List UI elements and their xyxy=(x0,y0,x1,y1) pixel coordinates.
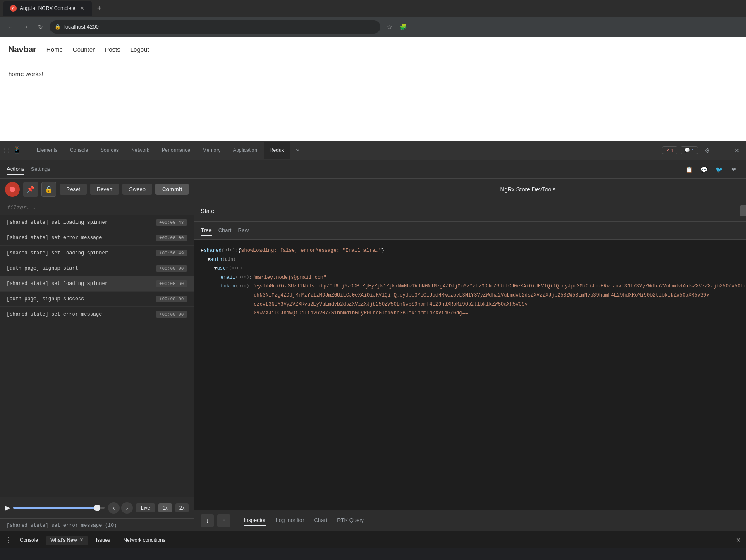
redux-tab-settings[interactable]: Settings xyxy=(31,164,50,175)
revert-button[interactable]: Revert xyxy=(90,184,119,195)
bottom-tab-inspector[interactable]: Inspector xyxy=(244,515,265,526)
action-time-3: +00:00.00 xyxy=(156,265,187,272)
action-item-2[interactable]: [shared state] set loading spinner +00:5… xyxy=(0,246,194,261)
tab-application[interactable]: Application xyxy=(227,142,263,159)
view-tab-tree[interactable]: Tree xyxy=(201,225,211,236)
warn-badge[interactable]: 💬 1 xyxy=(681,146,698,154)
pin-button[interactable]: 📌 xyxy=(23,182,38,197)
back-button[interactable]: ← xyxy=(5,21,17,33)
user-expand-arrow[interactable]: ▼ xyxy=(214,264,217,273)
redux-icon-twitter[interactable]: 🐦 xyxy=(713,164,724,175)
navbar-link-posts[interactable]: Posts xyxy=(105,46,120,53)
action-time-0: +00:00.48 xyxy=(156,219,187,226)
bottom-tab-chart[interactable]: Chart xyxy=(314,515,328,526)
bottom-bar-dots[interactable]: ⋮ xyxy=(5,536,12,544)
extensions-icon[interactable]: 🧩 xyxy=(397,21,409,33)
export-button[interactable]: ↑ xyxy=(217,514,230,527)
token-pin: (pin) xyxy=(235,282,249,290)
prev-arrow[interactable]: ‹ xyxy=(108,502,120,514)
tab-sources[interactable]: Sources xyxy=(95,142,124,159)
new-tab-button[interactable]: + xyxy=(93,2,105,14)
bottom-tab-log-monitor[interactable]: Log monitor xyxy=(276,515,304,526)
action-label-0: [shared state] set loading spinner xyxy=(7,220,108,225)
view-tab-raw[interactable]: Raw xyxy=(238,225,249,236)
reset-button[interactable]: Reset xyxy=(60,184,87,195)
action-item-0[interactable]: [shared state] set loading spinner +00:0… xyxy=(0,215,194,230)
bottom-bar-network-conditions-tab[interactable]: Network conditions xyxy=(118,536,170,545)
playback-slider[interactable] xyxy=(13,507,105,509)
devtools-close-icon[interactable]: ✕ xyxy=(731,145,743,156)
action-list: [shared state] set loading spinner +00:0… xyxy=(0,215,194,497)
tab-elements[interactable]: Elements xyxy=(31,142,63,159)
device-toolbar-icon[interactable]: 📱 xyxy=(13,146,21,154)
tab-memory[interactable]: Memory xyxy=(197,142,226,159)
state-tab-action[interactable]: Action xyxy=(740,205,746,216)
slider-thumb xyxy=(94,505,100,511)
bookmark-icon[interactable]: ☆ xyxy=(384,21,395,33)
bottom-bar-close-icon[interactable]: ✕ xyxy=(736,537,741,543)
slider-fill xyxy=(13,507,100,509)
filter-input[interactable] xyxy=(0,200,194,215)
navbar-link-counter[interactable]: Counter xyxy=(73,46,95,53)
shared-expand-arrow[interactable]: ▶ xyxy=(201,246,203,256)
action-item-4[interactable]: [shared state] set loading spinner +00:0… xyxy=(0,276,194,292)
devtools-tab-icons: ✕ 1 💬 1 ⚙ ⋮ ✕ xyxy=(662,145,743,156)
next-arrow[interactable]: › xyxy=(121,502,133,514)
forward-button[interactable]: → xyxy=(20,21,31,33)
speed-2x-button[interactable]: 2x xyxy=(175,503,189,512)
redux-right-panel: NgRx Store DevTools ▼ State Action State… xyxy=(194,179,746,531)
tab-title: Angular NGRX Complete xyxy=(20,5,75,11)
live-button[interactable]: Live xyxy=(136,503,155,512)
whats-new-close-icon[interactable]: ✕ xyxy=(79,537,84,543)
state-panel-label: State xyxy=(201,208,214,214)
reload-button[interactable]: ↻ xyxy=(35,21,46,33)
action-item-3[interactable]: [auth page] signup start +00:00.00 xyxy=(0,261,194,276)
redux-icon-1[interactable]: 📋 xyxy=(683,164,695,175)
record-button[interactable] xyxy=(5,182,20,197)
action-label-1: [shared state] set error message xyxy=(7,235,102,241)
shared-brace-close: } xyxy=(381,246,384,256)
redux-icon-2[interactable]: 💬 xyxy=(698,164,710,175)
bottom-bar-issues-tab[interactable]: Issues xyxy=(91,536,115,545)
email-key: email xyxy=(220,273,235,282)
error-badge[interactable]: ✕ 1 xyxy=(662,146,677,154)
tab-close-button[interactable]: ✕ xyxy=(79,5,85,12)
view-tab-bar: Tree Chart Raw xyxy=(194,222,746,240)
tab-more[interactable]: » xyxy=(291,142,305,159)
redux-tab-actions[interactable]: Actions xyxy=(7,164,24,175)
bottom-tab-rtk-query[interactable]: RTK Query xyxy=(337,515,364,526)
view-tab-chart[interactable]: Chart xyxy=(218,225,232,236)
bottom-bar-whats-new-tab[interactable]: What's New ✕ xyxy=(46,536,88,545)
action-item-6[interactable]: [shared state] set error message +00:00.… xyxy=(0,307,194,322)
lock-button[interactable]: 🔒 xyxy=(41,182,56,197)
play-button[interactable]: ▶ xyxy=(5,504,10,512)
auth-expand-arrow[interactable]: ▼ xyxy=(207,256,210,265)
tab-console[interactable]: Console xyxy=(64,142,94,159)
error-count: 1 xyxy=(671,148,674,153)
speed-1x-button[interactable]: 1x xyxy=(158,503,172,512)
tree-auth-line: ▼ auth (pin) xyxy=(201,256,746,265)
more-icon[interactable]: ⋮ xyxy=(410,21,422,33)
active-tab[interactable]: A Angular NGRX Complete ✕ xyxy=(3,1,92,16)
redux-icon-heart[interactable]: ❤ xyxy=(728,164,739,175)
import-button[interactable]: ↓ xyxy=(201,514,214,527)
bottom-bar-console-tab[interactable]: Console xyxy=(15,536,43,545)
email-pin: (pin) xyxy=(235,273,249,282)
action-item-5[interactable]: [auth page] signup success +00:00.00 xyxy=(0,292,194,307)
tab-redux[interactable]: Redux xyxy=(264,142,290,159)
tab-network[interactable]: Network xyxy=(125,142,155,159)
element-selector-icon[interactable]: ⬚ xyxy=(3,146,10,154)
commit-button[interactable]: Commit xyxy=(155,184,189,195)
sweep-button[interactable]: Sweep xyxy=(122,184,152,195)
action-item-1[interactable]: [shared state] set error message +00:00.… xyxy=(0,230,194,246)
navbar-link-logout[interactable]: Logout xyxy=(130,46,149,53)
devtools-more-icon[interactable]: ⋮ xyxy=(716,145,728,156)
tab-performance[interactable]: Performance xyxy=(156,142,196,159)
navbar-link-home[interactable]: Home xyxy=(46,46,63,53)
tree-shared-line: ▶ shared (pin) : { showLoading: false, e… xyxy=(201,246,746,256)
user-key: user xyxy=(217,264,229,273)
address-bar[interactable]: 🔒 localhost:4200 xyxy=(50,20,380,34)
settings-icon[interactable]: ⚙ xyxy=(701,145,713,156)
devtools-tab-bar: ⬚ 📱 Elements Console Sources Network Per… xyxy=(0,141,746,160)
tree-user-line: ▼ user (pin) xyxy=(201,264,746,273)
